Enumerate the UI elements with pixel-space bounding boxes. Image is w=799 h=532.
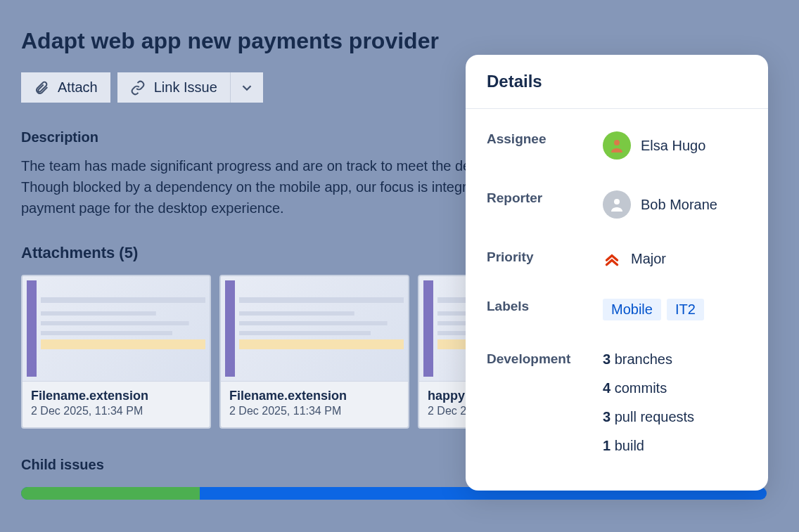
paperclip-icon (34, 80, 49, 96)
dev-commits[interactable]: 4 commits (603, 380, 694, 396)
assignee-row[interactable]: Assignee Elsa Hugo (487, 116, 747, 175)
details-panel-title[interactable]: Details (466, 55, 768, 109)
dev-pull-requests[interactable]: 3 pull requests (603, 409, 694, 425)
development-row: Development 3 branches 4 commits 3 pull … (487, 336, 747, 469)
development-label: Development (487, 351, 603, 367)
attachment-card[interactable]: Filename.extension 2 Dec 2025, 11:34 PM (219, 275, 409, 429)
reporter-row[interactable]: Reporter Bob Morane (487, 175, 747, 234)
issue-title: Adapt web app new payments provider (21, 28, 778, 54)
avatar (603, 190, 631, 219)
label-chip[interactable]: IT2 (667, 299, 704, 320)
chevron-down-icon (239, 80, 255, 96)
attachment-thumbnail (221, 276, 408, 382)
priority-row[interactable]: Priority Major (487, 234, 747, 283)
link-issue-button[interactable]: Link Issue (117, 72, 231, 103)
svg-point-0 (614, 140, 620, 145)
attachment-thumbnail (23, 276, 210, 382)
link-issue-label: Link Issue (154, 79, 217, 96)
dev-build[interactable]: 1 build (603, 438, 694, 454)
labels-row[interactable]: Labels Mobile IT2 (487, 283, 747, 336)
attach-button[interactable]: Attach (21, 72, 110, 103)
priority-value: Major (631, 251, 666, 267)
attachment-date: 2 Dec 2025, 11:34 PM (31, 405, 201, 417)
avatar (603, 131, 631, 160)
attachment-card[interactable]: Filename.extension 2 Dec 2025, 11:34 PM (21, 275, 211, 429)
svg-point-1 (614, 199, 620, 205)
link-issue-dropdown-button[interactable] (231, 72, 263, 103)
dev-branches[interactable]: 3 branches (603, 351, 694, 368)
reporter-value: Bob Morane (641, 197, 717, 213)
attachment-name: Filename.extension (229, 389, 400, 403)
priority-label: Priority (487, 249, 603, 265)
labels-label: Labels (487, 299, 603, 314)
assignee-value: Elsa Hugo (641, 138, 705, 154)
details-panel: Details Assignee Elsa Hugo Reporter Bob … (466, 55, 768, 491)
link-issue-button-group: Link Issue (117, 72, 263, 103)
attachment-name: Filename.extension (31, 389, 201, 403)
link-icon (130, 80, 146, 96)
attachment-date: 2 Dec 2025, 11:34 PM (229, 405, 400, 417)
attach-button-label: Attach (58, 79, 98, 96)
reporter-label: Reporter (487, 190, 603, 206)
assignee-label: Assignee (487, 131, 603, 147)
progress-done-segment (21, 487, 200, 500)
label-chip[interactable]: Mobile (603, 299, 661, 320)
priority-major-icon (603, 249, 621, 268)
